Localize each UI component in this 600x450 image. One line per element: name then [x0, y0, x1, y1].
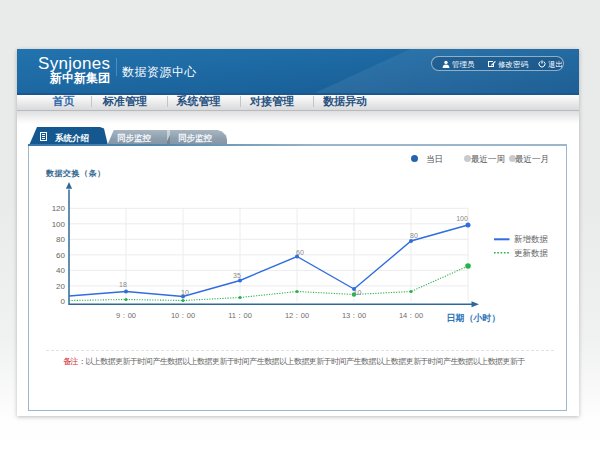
- svg-text:11：00: 11：00: [228, 311, 252, 320]
- svg-text:10: 10: [181, 289, 189, 296]
- svg-text:40: 40: [56, 266, 65, 275]
- svg-text:60: 60: [296, 249, 304, 256]
- svg-text:80: 80: [410, 232, 418, 239]
- svg-text:0: 0: [61, 297, 66, 306]
- svg-text:60: 60: [56, 251, 65, 260]
- svg-text:18: 18: [119, 281, 127, 288]
- svg-text:100: 100: [52, 220, 66, 229]
- svg-text:13：00: 13：00: [342, 311, 366, 320]
- svg-text:新增数据: 新增数据: [514, 234, 549, 244]
- svg-text:20: 20: [56, 282, 65, 291]
- svg-text:10: 10: [354, 289, 362, 296]
- svg-text:100: 100: [456, 215, 468, 222]
- svg-text:日期（小时）: 日期（小时）: [447, 313, 501, 323]
- svg-text:120: 120: [52, 204, 66, 213]
- svg-text:9：00: 9：00: [116, 311, 136, 320]
- svg-text:12：00: 12：00: [285, 311, 309, 320]
- svg-text:35: 35: [233, 272, 241, 279]
- svg-text:14：00: 14：00: [399, 311, 423, 320]
- svg-text:10：00: 10：00: [171, 311, 195, 320]
- svg-text:更新数据: 更新数据: [514, 248, 549, 258]
- svg-text:80: 80: [56, 235, 65, 244]
